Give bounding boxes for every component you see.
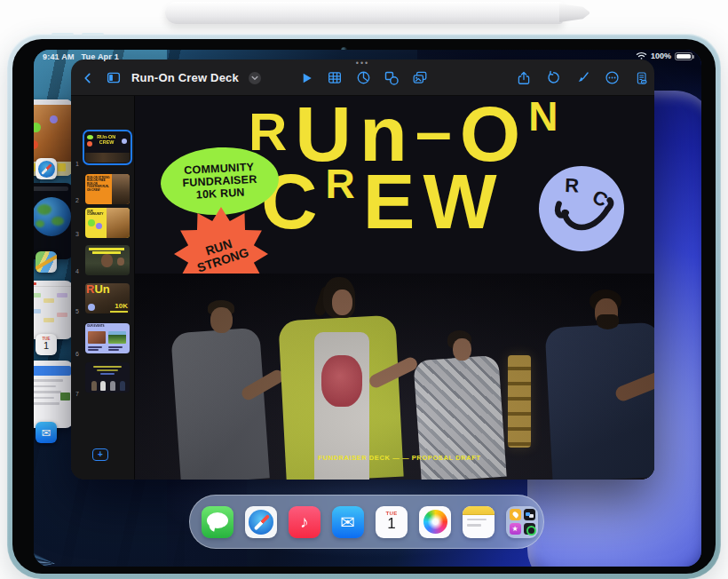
mail-icon[interactable]: ✉ bbox=[36, 422, 57, 443]
format-brush-icon[interactable] bbox=[574, 70, 590, 86]
slide-thumbnail-1[interactable]: RUn-ON CREW bbox=[85, 132, 130, 163]
rc-smiley-badge[interactable]: R C bbox=[531, 158, 632, 259]
maps-search-bar bbox=[34, 186, 68, 191]
slide-navigator-icon[interactable] bbox=[106, 70, 122, 86]
slide-row-3: 3 OUR COMMUNITY bbox=[71, 208, 135, 238]
document-title[interactable]: Run-On Crew Deck bbox=[131, 71, 239, 84]
mail-photo-attachment bbox=[60, 393, 70, 401]
music-icon[interactable]: ♪ bbox=[289, 506, 320, 538]
battery-icon bbox=[675, 52, 692, 60]
webpage-sticker-purple bbox=[50, 115, 58, 123]
title-chevron-icon[interactable] bbox=[249, 72, 261, 84]
mail-dock-icon[interactable]: ✉ bbox=[332, 506, 364, 538]
status-date: Tue Apr 1 bbox=[82, 52, 119, 61]
folder-mini-icon-4 bbox=[524, 523, 535, 535]
calendar-icon[interactable]: TUE 1 bbox=[36, 334, 57, 355]
safari-webpage-photo bbox=[34, 105, 73, 162]
slide-thumbnail-7[interactable] bbox=[85, 362, 130, 393]
messages-icon[interactable] bbox=[202, 506, 233, 538]
status-bar: 9:41 AM Tue Apr 1 100% bbox=[34, 50, 701, 64]
slide-thumbnail-2[interactable]: RUN-ON STRONG RUN-ON FREE RUN-ON TOGETHE… bbox=[85, 174, 130, 204]
photos-flower bbox=[423, 510, 447, 534]
status-time: 9:41 AM bbox=[43, 52, 75, 61]
calendar-day: 1 bbox=[36, 341, 57, 351]
add-slide-button[interactable]: + bbox=[92, 448, 108, 461]
slide-row-7: 7 bbox=[71, 362, 135, 398]
music-note-glyph: ♪ bbox=[300, 512, 309, 532]
keynote-window: ••• Run-On Crew Deck bbox=[71, 59, 654, 480]
maps-icon[interactable] bbox=[36, 251, 57, 273]
slide-row-5: 5 RUn 10K bbox=[71, 283, 135, 315]
photos-icon[interactable] bbox=[419, 506, 451, 538]
folder-mini-icon-2 bbox=[524, 509, 535, 520]
slide-row-4: 4 bbox=[71, 245, 135, 275]
apple-pencil bbox=[165, 2, 563, 24]
apps-folder-icon[interactable]: ★ bbox=[506, 506, 538, 538]
volume-up-button bbox=[51, 33, 74, 36]
calendar-dock-icon[interactable]: TUE 1 bbox=[376, 506, 408, 538]
slide-thumbnail-3[interactable]: OUR COMMUNITY bbox=[85, 208, 130, 238]
calendar-window-header bbox=[34, 281, 73, 287]
media-icon[interactable] bbox=[412, 70, 428, 86]
table-icon[interactable] bbox=[327, 70, 343, 86]
undo-icon[interactable] bbox=[545, 70, 561, 86]
safari-compass bbox=[38, 161, 55, 178]
maps-globe bbox=[34, 197, 71, 236]
slide-caption[interactable]: FUNDRAISER DECK — — PROPOSAL DRAFT bbox=[318, 454, 481, 462]
mail-selected-row bbox=[34, 366, 71, 376]
folder-mini-icon-1 bbox=[510, 509, 521, 520]
shapes-icon[interactable] bbox=[384, 70, 400, 86]
presenter-notes-icon[interactable] bbox=[633, 70, 649, 86]
stage-window-mail[interactable] bbox=[34, 361, 73, 428]
slide-navigator: 1 RUn-ON CREW 2 bbox=[71, 96, 135, 480]
folder-mini-icon-3: ★ bbox=[510, 523, 521, 535]
ipad-screen: 9:41 AM Tue Apr 1 100% bbox=[34, 50, 701, 567]
stage-window-calendar[interactable] bbox=[34, 281, 73, 339]
safari-icon[interactable] bbox=[36, 158, 57, 179]
slide-row-2: 2 RUN-ON STRONG RUN-ON FREE RUN-ON TOGET… bbox=[71, 174, 135, 204]
smile-curve bbox=[531, 158, 632, 259]
more-icon[interactable] bbox=[604, 70, 620, 86]
runners-photo[interactable] bbox=[135, 274, 654, 480]
slide-row-6: 6 OUR EVENTS bbox=[71, 323, 135, 358]
slide-row-1: 1 RUn-ON CREW bbox=[71, 132, 135, 168]
notes-icon[interactable] bbox=[463, 506, 495, 538]
mail-envelope-glyph: ✉ bbox=[42, 426, 51, 440]
chart-icon[interactable] bbox=[355, 70, 371, 86]
slide-thumbnail-6[interactable]: OUR EVENTS bbox=[85, 323, 130, 353]
slide-thumbnail-4[interactable] bbox=[85, 245, 130, 275]
mail-envelope-glyph: ✉ bbox=[341, 512, 356, 533]
volume-down-button bbox=[82, 33, 104, 36]
play-icon[interactable] bbox=[298, 70, 314, 86]
slide-thumbnail-5[interactable]: RUn 10K bbox=[85, 283, 130, 313]
slide-title[interactable]: RUn–ON CREW bbox=[249, 99, 566, 234]
safari-dock-icon[interactable] bbox=[245, 506, 277, 538]
wifi-icon bbox=[636, 52, 647, 60]
dock: ♪ ✉ TUE 1 ★ bbox=[189, 495, 544, 549]
slide-number: 1 bbox=[75, 161, 79, 167]
stage-window-maps[interactable] bbox=[34, 183, 73, 259]
product-scene: 9:41 AM Tue Apr 1 100% bbox=[0, 0, 728, 579]
back-icon[interactable] bbox=[80, 70, 96, 86]
slide-canvas[interactable]: RUn–ON CREW COMMUNITY FUNDRAISER 10K RUN bbox=[135, 96, 654, 480]
share-icon[interactable] bbox=[516, 70, 532, 86]
webpage-sticker-green bbox=[34, 123, 41, 132]
webpage-sticker-red bbox=[34, 140, 38, 149]
battery-percent: 100% bbox=[651, 52, 671, 60]
apple-pencil-tip bbox=[559, 4, 590, 22]
ipad-device: 9:41 AM Tue Apr 1 100% bbox=[7, 34, 721, 579]
